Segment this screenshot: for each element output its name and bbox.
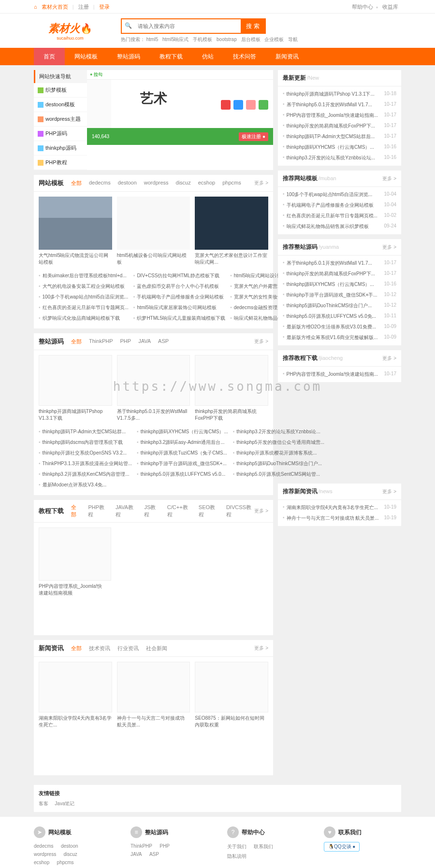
sy-item[interactable]: thinkphp手游平台源码游戏_微信SDK+手...10-12	[283, 290, 396, 300]
sy-item[interactable]: 最新版方维O2O生活领券系统V3.01免费...10-09	[283, 322, 396, 332]
sj-item[interactable]: PHP内容管理系统_Joomla!快速建站指南...10-17	[283, 369, 396, 380]
hot-2[interactable]: 手机模板	[193, 37, 212, 42]
fl[interactable]: JAVA	[130, 852, 142, 857]
hot-0[interactable]: html5	[146, 37, 158, 42]
jtab-5[interactable]: SEO教程	[199, 504, 219, 518]
yl[interactable]: thinkphp源码XYHCMS（行云海CMS）...	[137, 427, 228, 437]
search-input[interactable]	[134, 19, 241, 33]
ncard-2[interactable]: SEO8875：新网站如何在短时间内获取权重	[195, 662, 268, 728]
sy-item[interactable]: thinkphp5源码DuoThinkCMS综合门户...10-12	[283, 300, 396, 311]
jtab-3[interactable]: JS教程	[144, 504, 160, 518]
sm-item[interactable]: 红色喜庆的圣诞元旦新年节日专题网页模...10-02	[283, 211, 396, 221]
nav-jiaocheng[interactable]: 教程下载	[150, 48, 192, 65]
latest-item[interactable]: PHP内容管理系统_Joomla!快速建站指南...10-17	[283, 110, 396, 121]
slider[interactable]: ● 拉勾 艺术 140,643极速注册 ●	[87, 70, 273, 145]
sy-item[interactable]: 最新版方维众筹系统V1.6商业完整破解版...10-09	[283, 332, 396, 343]
topbar-login[interactable]: 登录	[96, 4, 113, 10]
mtab-4[interactable]: discuz	[176, 180, 191, 187]
sy-item[interactable]: thinkphp5.0开源系统LUFFYCMS v5.0免...10-11	[283, 311, 396, 322]
ncard-1[interactable]: 神舟十一号与天宫二号对接成功 航天员景...	[117, 662, 190, 728]
yl[interactable]: thinkphp3.2源码Easy-Admin通用后台...	[137, 437, 228, 448]
ml[interactable]: 织梦HTML5响应式儿童服装商城模板下载	[133, 313, 225, 324]
ytab-0[interactable]: 全部	[71, 338, 82, 345]
fl[interactable]: destoon	[61, 843, 78, 849]
sy-item[interactable]: 基于thinkphp5.0.1开发的WstMall V1.7...10-17	[283, 258, 396, 269]
mcard-1[interactable]: html5机械设备公司响应式网站模板	[117, 197, 190, 266]
ml[interactable]: html5响应式家居家装饰公司网站模板	[133, 302, 225, 313]
topbar-fav[interactable]: 收益库	[379, 4, 401, 10]
sy-item[interactable]: thinkphp源码XYHCMS（行云海CMS）...10-16	[283, 279, 396, 290]
ntab-1[interactable]: 技术资讯	[89, 645, 110, 652]
yl[interactable]: thinkphp开源系统TuziCMS（兔子CMS...	[137, 448, 228, 458]
news-more[interactable]: 更多 >	[254, 645, 268, 652]
nav-wenda[interactable]: 技术问答	[223, 48, 266, 65]
ycard-1[interactable]: 基于thinkphp5.0.1开发的WstMall V1.7.5多...	[117, 355, 190, 422]
hot-1[interactable]: html5响应式	[162, 37, 188, 42]
ml[interactable]: 大气的机电设备安装工程企业网站模板	[39, 281, 129, 292]
ntab-0[interactable]: 全部	[71, 645, 82, 652]
jtab-4[interactable]: C/C++教程	[167, 504, 191, 518]
latest-item[interactable]: thinkphp源码TP-Admin大型CMS站群后...10-17	[283, 131, 396, 142]
logo[interactable]: 素材火🔥 sucaihuo.com	[34, 21, 106, 41]
ytab-2[interactable]: PHP	[120, 338, 131, 345]
mtab-0[interactable]: 全部	[71, 180, 82, 187]
mtab-2[interactable]: destoon	[118, 180, 137, 187]
fl[interactable]: phpcms	[57, 860, 74, 865]
nav-muban[interactable]: 网站模板	[65, 48, 107, 65]
ytab-4[interactable]: ASP	[158, 338, 169, 345]
fl[interactable]: 联系我们	[254, 843, 273, 850]
ml[interactable]: 精美uimaker后台管理系统模板html+d...	[39, 270, 129, 281]
yl[interactable]: thinkphp3.2开源系统KenCMS内容管理...	[39, 469, 132, 480]
latest-item[interactable]: thinkphp开源商城源码TPshop V1.3.1下...10-18	[283, 89, 396, 100]
jtab-1[interactable]: PHP教程	[88, 504, 108, 518]
hot-5[interactable]: 企业模板	[264, 37, 284, 42]
ml[interactable]: 100多个手机wap站点html5自适应浏览...	[39, 292, 129, 302]
side-jc-more[interactable]: 更多 >	[382, 355, 396, 362]
qn-2[interactable]: wordpress主题	[34, 112, 87, 127]
muban-more[interactable]: 更多 >	[254, 180, 268, 186]
yl[interactable]: thinkphp源码TP-Admin大型CMS站群...	[39, 427, 132, 437]
side-news-more[interactable]: 更多 >	[382, 488, 396, 495]
nav-fangzhan[interactable]: 仿站	[192, 48, 223, 65]
latest-item[interactable]: thinkphp开发的简易商城系统FoxPHP下...10-17	[283, 121, 396, 131]
link-1[interactable]: Java笔记	[55, 801, 74, 806]
sn-item[interactable]: 湖南耒阳职业学院4天内竟有3名学生死亡...10-19	[283, 502, 396, 513]
mtab-5[interactable]: ecshop	[198, 180, 215, 187]
fl[interactable]: 隐私说明	[227, 853, 246, 860]
ytab-1[interactable]: ThinkPHP	[89, 338, 113, 345]
topbar-help[interactable]: 帮助中心	[349, 4, 376, 10]
ml[interactable]: 手机端网电子产品维修服务企业网站模板	[133, 292, 225, 302]
qq-button[interactable]: 🐧QQ交谈 ●	[324, 842, 360, 852]
fl[interactable]: PHP	[160, 843, 170, 849]
jtab-0[interactable]: 全部	[71, 504, 81, 518]
ncard-0[interactable]: 湖南耒阳职业学院4天内竟有3名学生死亡...	[39, 662, 112, 728]
fl[interactable]: ASP	[149, 852, 159, 857]
jiaocheng-more[interactable]: 更多 >	[254, 508, 268, 514]
nav-yuanma[interactable]: 整站源码	[107, 48, 150, 65]
fl[interactable]: discuz	[63, 852, 77, 857]
hot-6[interactable]: 导航	[288, 37, 298, 42]
qn-5[interactable]: PHP教程	[34, 156, 87, 170]
yl[interactable]: thinkphp开源社交系统OpenSNS V3.2...	[39, 448, 132, 458]
jtab-2[interactable]: JAVA教程	[116, 504, 137, 518]
sy-item[interactable]: thinkphp开发的简易商城系统FoxPHP下...10-17	[283, 269, 396, 279]
latest-item[interactable]: thinkphp源码XYHCMS（行云海CMS）...10-16	[283, 142, 396, 153]
latest-item[interactable]: 基于thinkphp5.0.1开发的WstMall V1.7...10-17	[283, 100, 396, 110]
ytab-3[interactable]: JAVA	[138, 338, 151, 345]
nav-home[interactable]: 首页	[34, 48, 65, 65]
ml[interactable]: 红色喜庆的圣诞元旦新年节日专题网页...	[39, 302, 129, 313]
yl[interactable]: thinkphp源码dscms内容管理系统下载	[39, 437, 132, 448]
fl[interactable]: ecshop	[34, 860, 49, 865]
qn-0[interactable]: 织梦模板	[34, 83, 87, 98]
mtab-3[interactable]: wordpress	[144, 180, 169, 187]
mtab-1[interactable]: dedecms	[89, 180, 111, 187]
yl[interactable]: thinkphp手游平台源码游戏_微信SDK+...	[137, 458, 228, 469]
jcard[interactable]: PHP内容管理系统_Joomla!快速建站指南视频	[34, 523, 111, 601]
hot-4[interactable]: 后台模板	[241, 37, 261, 42]
sm-item[interactable]: 100多个手机wap站点html5自适应浏览...10-04	[283, 189, 396, 200]
mcard-0[interactable]: 大气html5响应式物流货运公司网站模板	[39, 197, 112, 266]
qn-1[interactable]: destoon模板	[34, 98, 87, 112]
ycard-2[interactable]: thinkphp开发的简易商城系统FoxPHP下载	[195, 355, 268, 422]
latest-item[interactable]: thinkphp3.2开发的论坛系统Yznbbs论坛...10-16	[283, 153, 396, 163]
ycard-0[interactable]: thinkphp开源商城源码TPshop V1.3.1下载	[39, 355, 112, 422]
